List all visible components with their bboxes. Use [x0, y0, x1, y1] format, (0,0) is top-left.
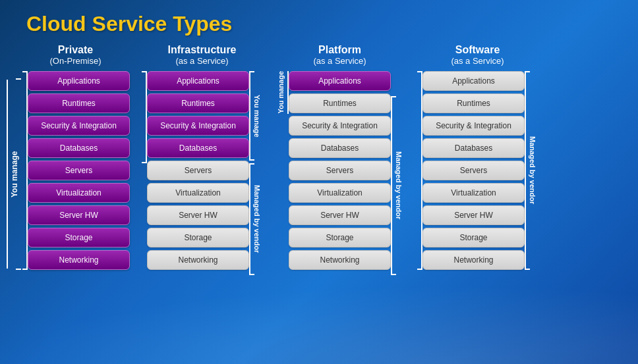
list-item: Virtualization	[28, 183, 130, 203]
page-title: Cloud Service Types	[0, 0, 638, 41]
list-item: Servers	[289, 161, 391, 180]
list-item: Security & Integration	[147, 116, 249, 136]
col-software: Software (as a Service) Applications Run…	[416, 44, 539, 270]
list-item: Servers	[422, 161, 525, 180]
list-item: Server HW	[289, 205, 391, 225]
col-infrastructure-header: Infrastructure (as a Service)	[151, 44, 253, 66]
col-platform-header: Platform (as a Service)	[289, 44, 391, 66]
col-private-header: Private (On-Premise)	[24, 44, 127, 66]
list-item: Security & Integration	[28, 116, 130, 136]
private-stack: Applications Runtimes Security & Integra…	[28, 71, 130, 270]
list-item: Databases	[28, 138, 130, 158]
list-item: Virtualization	[422, 183, 525, 203]
list-item: Runtimes	[289, 93, 391, 113]
list-item: Storage	[28, 228, 130, 247]
infrastructure-stack: Applications Runtimes Security & Integra…	[147, 71, 249, 275]
list-item: Storage	[289, 228, 391, 247]
list-item: Databases	[289, 138, 391, 158]
list-item: Servers	[147, 161, 249, 180]
list-item: Virtualization	[147, 183, 249, 203]
col-private: You manage Private (On-Premise) Applicat…	[7, 44, 130, 270]
list-item: Security & Integration	[289, 116, 391, 136]
col-infrastructure: Infrastructure (as a Service) Applicatio…	[140, 44, 264, 275]
platform-you-manage-label: You manage	[274, 71, 287, 114]
list-item: Server HW	[422, 205, 525, 225]
list-item: Storage	[422, 228, 525, 247]
list-item: Runtimes	[422, 93, 525, 113]
list-item: Server HW	[147, 205, 249, 225]
list-item: Virtualization	[289, 183, 391, 203]
list-item: Runtimes	[28, 93, 130, 113]
list-item: Server HW	[28, 205, 130, 225]
platform-vendor-label: Managed by vendor	[392, 97, 405, 274]
platform-stack: Applications Runtimes Security & Integra…	[289, 71, 391, 275]
list-item: Databases	[422, 138, 525, 158]
list-item: Applications	[289, 71, 391, 91]
list-item: Networking	[28, 250, 130, 270]
list-item: Applications	[28, 71, 130, 91]
list-item: Servers	[28, 161, 130, 180]
list-item: Networking	[289, 250, 391, 270]
private-you-manage-label: You manage	[8, 80, 21, 269]
list-item: Networking	[147, 250, 249, 270]
col-software-header: Software (as a Service)	[426, 44, 529, 66]
list-item: Security & Integration	[422, 116, 525, 136]
col-platform: Platform (as a Service) You manage Appli…	[274, 44, 405, 275]
software-vendor-label: Managed by vendor	[526, 72, 539, 269]
infrastructure-you-manage-label: You manage	[250, 72, 264, 159]
infrastructure-vendor-label: Managed by vendor	[250, 165, 264, 274]
list-item: Runtimes	[147, 93, 249, 113]
list-item: Databases	[147, 138, 249, 158]
list-item: Applications	[422, 71, 525, 91]
list-item: Storage	[147, 228, 249, 247]
list-item: Networking	[422, 250, 525, 270]
software-stack: Applications Runtimes Security & Integra…	[422, 71, 525, 270]
list-item: Applications	[147, 71, 249, 91]
